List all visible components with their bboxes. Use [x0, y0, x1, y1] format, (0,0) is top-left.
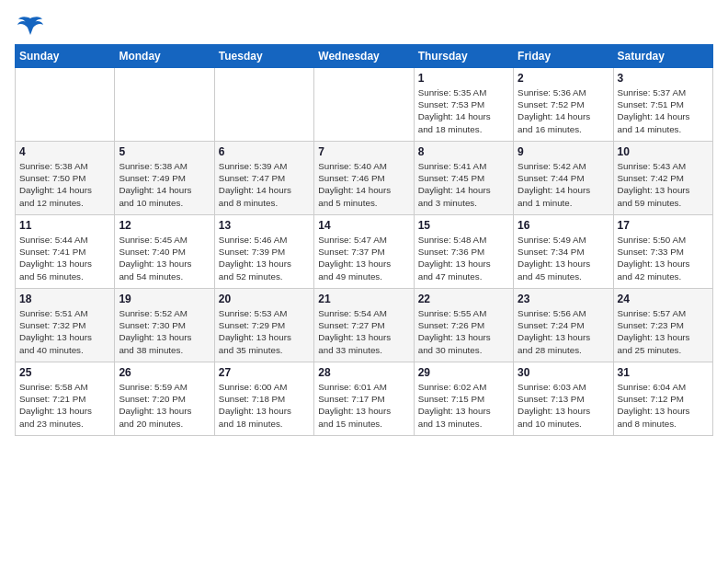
- calendar-cell: 13Sunrise: 5:46 AM Sunset: 7:39 PM Dayli…: [214, 215, 313, 289]
- day-info: Sunrise: 5:35 AM Sunset: 7:53 PM Dayligh…: [418, 86, 509, 135]
- day-number: 12: [119, 219, 210, 232]
- day-info: Sunrise: 5:49 AM Sunset: 7:34 PM Dayligh…: [518, 234, 609, 282]
- weekday-header: Monday: [115, 45, 214, 68]
- day-info: Sunrise: 5:47 AM Sunset: 7:37 PM Dayligh…: [318, 234, 409, 282]
- calendar-week-row: 11Sunrise: 5:44 AM Sunset: 7:41 PM Dayli…: [16, 215, 713, 289]
- day-info: Sunrise: 5:58 AM Sunset: 7:21 PM Dayligh…: [19, 381, 110, 430]
- day-number: 22: [418, 293, 509, 305]
- calendar-cell: 28Sunrise: 6:01 AM Sunset: 7:17 PM Dayli…: [314, 362, 414, 436]
- day-number: 31: [618, 366, 709, 379]
- day-number: 13: [219, 219, 310, 232]
- calendar-cell: [214, 68, 313, 142]
- day-info: Sunrise: 5:38 AM Sunset: 7:49 PM Dayligh…: [119, 160, 210, 209]
- day-info: Sunrise: 5:46 AM Sunset: 7:39 PM Dayligh…: [219, 234, 310, 282]
- day-info: Sunrise: 5:48 AM Sunset: 7:36 PM Dayligh…: [418, 234, 509, 282]
- day-number: 11: [19, 219, 110, 232]
- weekday-header-row: SundayMondayTuesdayWednesdayThursdayFrid…: [16, 45, 713, 68]
- calendar-cell: 11Sunrise: 5:44 AM Sunset: 7:41 PM Dayli…: [16, 215, 115, 289]
- calendar-cell: [314, 68, 414, 142]
- day-number: 26: [119, 366, 210, 379]
- day-info: Sunrise: 5:59 AM Sunset: 7:20 PM Dayligh…: [119, 381, 210, 430]
- calendar-cell: 22Sunrise: 5:55 AM Sunset: 7:26 PM Dayli…: [414, 289, 513, 362]
- calendar-week-row: 4Sunrise: 5:38 AM Sunset: 7:50 PM Daylig…: [16, 142, 713, 215]
- day-info: Sunrise: 6:01 AM Sunset: 7:17 PM Dayligh…: [318, 381, 409, 430]
- calendar-cell: 21Sunrise: 5:54 AM Sunset: 7:27 PM Dayli…: [314, 289, 414, 362]
- calendar-cell: 4Sunrise: 5:38 AM Sunset: 7:50 PM Daylig…: [16, 142, 115, 215]
- calendar-cell: 8Sunrise: 5:41 AM Sunset: 7:45 PM Daylig…: [414, 142, 513, 215]
- calendar-week-row: 1Sunrise: 5:35 AM Sunset: 7:53 PM Daylig…: [16, 68, 713, 142]
- day-info: Sunrise: 5:51 AM Sunset: 7:32 PM Dayligh…: [19, 307, 110, 356]
- calendar-cell: 30Sunrise: 6:03 AM Sunset: 7:13 PM Dayli…: [514, 362, 613, 436]
- day-info: Sunrise: 5:37 AM Sunset: 7:51 PM Dayligh…: [618, 86, 709, 135]
- calendar-cell: 26Sunrise: 5:59 AM Sunset: 7:20 PM Dayli…: [115, 362, 214, 436]
- weekday-header: Wednesday: [314, 45, 414, 68]
- calendar-cell: [115, 68, 214, 142]
- day-number: 2: [518, 72, 609, 85]
- day-info: Sunrise: 5:44 AM Sunset: 7:41 PM Dayligh…: [19, 234, 110, 282]
- day-number: 1: [418, 72, 509, 85]
- calendar-cell: 12Sunrise: 5:45 AM Sunset: 7:40 PM Dayli…: [115, 215, 214, 289]
- day-number: 9: [518, 145, 609, 158]
- day-number: 7: [318, 145, 409, 158]
- weekday-header: Friday: [514, 45, 613, 68]
- day-number: 19: [119, 293, 210, 305]
- day-number: 14: [318, 219, 409, 232]
- day-info: Sunrise: 5:40 AM Sunset: 7:46 PM Dayligh…: [318, 160, 409, 209]
- calendar-cell: 31Sunrise: 6:04 AM Sunset: 7:12 PM Dayli…: [613, 362, 712, 436]
- day-info: Sunrise: 5:36 AM Sunset: 7:52 PM Dayligh…: [518, 86, 609, 135]
- calendar-cell: 2Sunrise: 5:36 AM Sunset: 7:52 PM Daylig…: [514, 68, 613, 142]
- day-info: Sunrise: 5:56 AM Sunset: 7:24 PM Dayligh…: [518, 307, 609, 356]
- day-info: Sunrise: 6:03 AM Sunset: 7:13 PM Dayligh…: [518, 381, 609, 430]
- calendar-cell: 14Sunrise: 5:47 AM Sunset: 7:37 PM Dayli…: [314, 215, 414, 289]
- calendar-cell: 19Sunrise: 5:52 AM Sunset: 7:30 PM Dayli…: [115, 289, 214, 362]
- calendar-cell: 10Sunrise: 5:43 AM Sunset: 7:42 PM Dayli…: [613, 142, 712, 215]
- day-info: Sunrise: 5:38 AM Sunset: 7:50 PM Dayligh…: [19, 160, 110, 209]
- calendar-cell: 7Sunrise: 5:40 AM Sunset: 7:46 PM Daylig…: [314, 142, 414, 215]
- day-number: 5: [119, 145, 210, 158]
- day-number: 3: [618, 72, 709, 85]
- calendar-cell: [16, 68, 115, 142]
- calendar-cell: 6Sunrise: 5:39 AM Sunset: 7:47 PM Daylig…: [214, 142, 313, 215]
- calendar-cell: 24Sunrise: 5:57 AM Sunset: 7:23 PM Dayli…: [613, 289, 712, 362]
- day-info: Sunrise: 5:53 AM Sunset: 7:29 PM Dayligh…: [219, 307, 310, 356]
- day-info: Sunrise: 5:39 AM Sunset: 7:47 PM Dayligh…: [219, 160, 310, 209]
- calendar-cell: 29Sunrise: 6:02 AM Sunset: 7:15 PM Dayli…: [414, 362, 513, 436]
- day-number: 16: [518, 219, 609, 232]
- day-number: 29: [418, 366, 509, 379]
- day-info: Sunrise: 5:57 AM Sunset: 7:23 PM Dayligh…: [618, 307, 709, 356]
- weekday-header: Thursday: [414, 45, 513, 68]
- day-number: 24: [618, 293, 709, 305]
- day-info: Sunrise: 5:54 AM Sunset: 7:27 PM Dayligh…: [318, 307, 409, 356]
- logo-bird-icon: [17, 15, 44, 37]
- day-number: 23: [518, 293, 609, 305]
- day-number: 8: [418, 145, 509, 158]
- day-number: 18: [19, 293, 110, 305]
- page-header: [15, 15, 713, 33]
- calendar-cell: 5Sunrise: 5:38 AM Sunset: 7:49 PM Daylig…: [115, 142, 214, 215]
- calendar-cell: 15Sunrise: 5:48 AM Sunset: 7:36 PM Dayli…: [414, 215, 513, 289]
- calendar-cell: 20Sunrise: 5:53 AM Sunset: 7:29 PM Dayli…: [214, 289, 313, 362]
- day-number: 4: [19, 145, 110, 158]
- day-number: 30: [518, 366, 609, 379]
- calendar-cell: 3Sunrise: 5:37 AM Sunset: 7:51 PM Daylig…: [613, 68, 712, 142]
- calendar-cell: 25Sunrise: 5:58 AM Sunset: 7:21 PM Dayli…: [16, 362, 115, 436]
- day-number: 20: [219, 293, 310, 305]
- day-info: Sunrise: 5:52 AM Sunset: 7:30 PM Dayligh…: [119, 307, 210, 356]
- day-number: 27: [219, 366, 310, 379]
- day-number: 15: [418, 219, 509, 232]
- day-info: Sunrise: 5:41 AM Sunset: 7:45 PM Dayligh…: [418, 160, 509, 209]
- day-info: Sunrise: 6:00 AM Sunset: 7:18 PM Dayligh…: [219, 381, 310, 430]
- day-info: Sunrise: 5:43 AM Sunset: 7:42 PM Dayligh…: [618, 160, 709, 209]
- calendar-week-row: 18Sunrise: 5:51 AM Sunset: 7:32 PM Dayli…: [16, 289, 713, 362]
- calendar-cell: 18Sunrise: 5:51 AM Sunset: 7:32 PM Dayli…: [16, 289, 115, 362]
- weekday-header: Sunday: [16, 45, 115, 68]
- calendar-cell: 23Sunrise: 5:56 AM Sunset: 7:24 PM Dayli…: [514, 289, 613, 362]
- calendar-week-row: 25Sunrise: 5:58 AM Sunset: 7:21 PM Dayli…: [16, 362, 713, 436]
- day-number: 10: [618, 145, 709, 158]
- day-info: Sunrise: 5:55 AM Sunset: 7:26 PM Dayligh…: [418, 307, 509, 356]
- weekday-header: Saturday: [613, 45, 712, 68]
- day-number: 21: [318, 293, 409, 305]
- calendar-cell: 9Sunrise: 5:42 AM Sunset: 7:44 PM Daylig…: [514, 142, 613, 215]
- day-number: 17: [618, 219, 709, 232]
- day-info: Sunrise: 6:02 AM Sunset: 7:15 PM Dayligh…: [418, 381, 509, 430]
